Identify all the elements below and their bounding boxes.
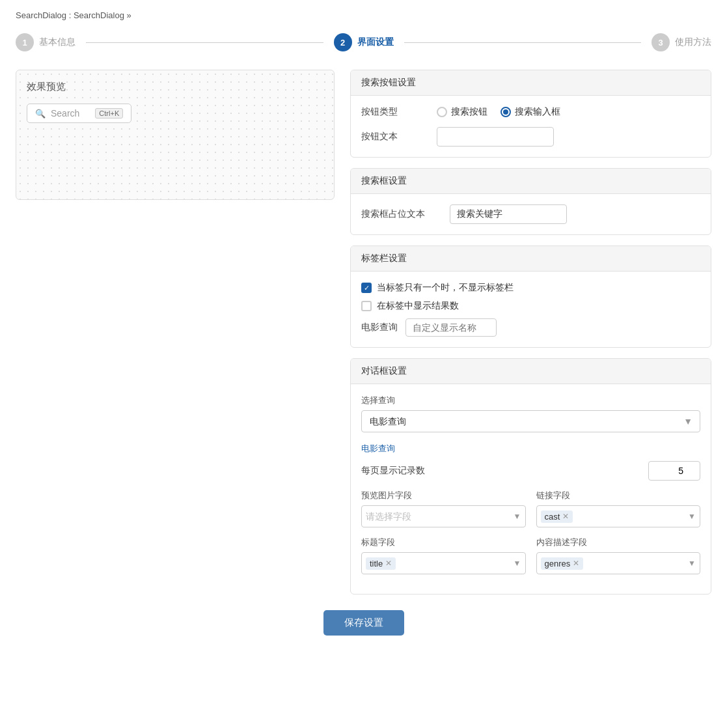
records-label: 每页显示记录数 [361,465,648,477]
title-chip-remove-icon[interactable]: ✕ [385,559,392,568]
subsection-label: 电影查询 [361,443,700,455]
button-text-label: 按钮文本 [361,131,426,143]
fields-row-2: 标题字段 title ✕ ▼ 内容描述字段 [361,537,700,574]
step-line-2 [404,42,642,43]
select-query-label: 选择查询 [361,395,700,406]
tag-custom-row: 电影查询 [361,318,700,337]
link-chip-remove-icon[interactable]: ✕ [562,512,569,521]
description-block: 内容描述字段 genres ✕ ▼ [536,537,701,574]
preview-image-label: 预览图片字段 [361,490,526,501]
search-preview-text: Search [51,108,79,119]
radio-group: 搜索按钮 搜索输入框 [437,106,560,118]
save-button[interactable]: 保存设置 [323,610,404,636]
title-block: 标题字段 title ✕ ▼ [361,537,526,574]
title-input-row: title ✕ ▼ [361,552,526,574]
checkbox-1[interactable]: ✓ [361,283,372,293]
searchbox-placeholder-row: 搜索框占位文本 [361,204,700,224]
button-text-row: 按钮文本 [361,127,700,147]
description-chip-remove-icon[interactable]: ✕ [573,559,579,568]
description-chip: genres ✕ [541,557,584,570]
records-input[interactable] [648,461,700,481]
title-chip-text: title [370,559,383,568]
settings-panel: 搜索按钮设置 按钮类型 搜索按钮 搜索输入框 [350,70,711,595]
link-block: 链接字段 cast ✕ ▼ [536,490,701,527]
search-preview-box: 🔍 Search Ctrl+K [27,104,131,123]
search-icon: 🔍 [35,109,46,119]
radio-inner-dot [503,109,508,115]
step-3-label: 使用方法 [675,36,711,48]
save-btn-area: 保存设置 [16,610,711,636]
checkbox-row-2: 在标签中显示结果数 [361,300,700,312]
dialog-settings-section: 对话框设置 选择查询 电影查询 ▼ 电影查询 每页显示记录数 [350,358,711,595]
records-row: 每页显示记录数 [361,461,700,481]
tag-settings-header: 标签栏设置 [351,246,711,272]
step-2-label: 界面设置 [357,36,394,48]
link-chip-text: cast [545,512,560,522]
preview-image-chevron-icon[interactable]: ▼ [514,512,521,521]
preview-image-input-row: ▼ [361,505,526,527]
preview-title: 效果预览 [27,81,323,93]
tag-custom-tag-label: 电影查询 [361,322,398,333]
button-settings-section: 搜索按钮设置 按钮类型 搜索按钮 搜索输入框 [350,70,711,158]
main-content: 效果预览 🔍 Search Ctrl+K 搜索按钮设置 按钮类型 搜索按钮 [16,70,711,595]
fields-row-1: 预览图片字段 ▼ 链接字段 cast ✕ [361,490,700,527]
preview-panel: 效果预览 🔍 Search Ctrl+K [16,70,335,200]
breadcrumb: SearchDialog : SearchDialog » [16,10,711,20]
checkmark-1: ✓ [364,285,370,292]
button-text-input[interactable] [437,127,554,147]
radio-search-input-circle [501,107,511,117]
radio-search-btn[interactable]: 搜索按钮 [437,106,487,118]
searchbox-placeholder-label: 搜索框占位文本 [361,208,439,220]
description-input-row: genres ✕ ▼ [536,552,701,574]
step-1-circle: 1 [16,33,34,51]
link-chip: cast ✕ [541,511,573,523]
radio-search-btn-label: 搜索按钮 [451,106,487,118]
searchbox-settings-section: 搜索框设置 搜索框占位文本 [350,168,711,235]
link-chevron-icon[interactable]: ▼ [688,512,696,521]
link-label: 链接字段 [536,490,701,501]
title-chevron-icon[interactable]: ▼ [514,559,521,568]
select-query-dropdown[interactable]: 电影查询 [361,410,700,432]
search-shortcut: Ctrl+K [95,108,123,119]
radio-search-input[interactable]: 搜索输入框 [501,106,560,118]
step-2: 2 界面设置 [334,33,394,51]
tag-settings-section: 标签栏设置 ✓ 当标签只有一个时，不显示标签栏 在标签中显示结果数 电影查询 [350,245,711,348]
button-type-row: 按钮类型 搜索按钮 搜索输入框 [361,106,700,118]
checkbox-1-label: 当标签只有一个时，不显示标签栏 [377,282,514,294]
dialog-settings-body: 选择查询 电影查询 ▼ 电影查询 每页显示记录数 预览图片字段 [351,384,711,594]
preview-image-block: 预览图片字段 ▼ [361,490,526,527]
description-chevron-icon[interactable]: ▼ [688,559,696,568]
checkbox-2-label: 在标签中显示结果数 [377,300,459,312]
tag-settings-body: ✓ 当标签只有一个时，不显示标签栏 在标签中显示结果数 电影查询 [351,272,711,347]
radio-search-btn-circle [437,107,447,117]
step-3-circle: 3 [652,33,670,51]
checkbox-2[interactable] [361,301,372,311]
select-query-wrapper[interactable]: 电影查询 ▼ [361,410,700,432]
step-1: 1 基本信息 [16,33,75,51]
step-3: 3 使用方法 [652,33,711,51]
preview-image-input[interactable] [366,511,514,522]
searchbox-settings-body: 搜索框占位文本 [351,194,711,234]
step-1-label: 基本信息 [39,36,75,48]
button-settings-body: 按钮类型 搜索按钮 搜索输入框 [351,96,711,157]
description-chip-text: genres [545,559,571,568]
title-chip: title ✕ [366,557,396,570]
radio-search-input-label: 搜索输入框 [515,106,560,118]
searchbox-settings-header: 搜索框设置 [351,169,711,194]
button-settings-header: 搜索按钮设置 [351,70,711,96]
dialog-settings-header: 对话框设置 [351,359,711,384]
checkbox-row-1: ✓ 当标签只有一个时，不显示标签栏 [361,282,700,294]
description-label: 内容描述字段 [536,537,701,548]
title-label: 标题字段 [361,537,526,548]
searchbox-placeholder-input[interactable] [450,204,567,224]
steps-bar: 1 基本信息 2 界面设置 3 使用方法 [16,33,711,51]
step-2-circle: 2 [334,33,352,51]
link-input-row: cast ✕ ▼ [536,505,701,527]
tag-custom-input[interactable] [405,318,497,337]
button-type-label: 按钮类型 [361,106,426,118]
step-line-1 [86,42,323,43]
